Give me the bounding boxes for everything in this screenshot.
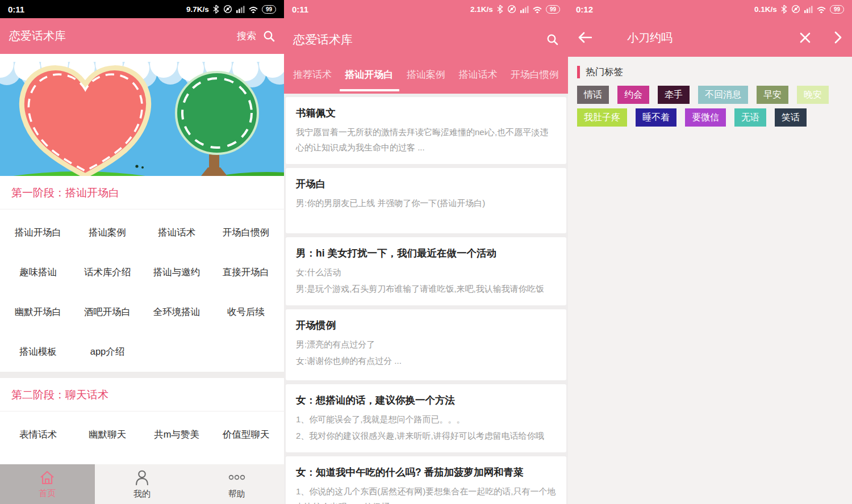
bluetooth-icon bbox=[497, 5, 503, 14]
card-line: 男:你的男朋友已上线 并强吻了你一下(搭讪开场白) bbox=[296, 195, 556, 211]
battery-indicator: 99 bbox=[546, 5, 560, 14]
screen-phrase-list: 0:11 2.1K/s 99 恋爱话术库 推荐话术 搭讪开场白 搭讪案例 搭讪话… bbox=[284, 0, 568, 504]
page-title: 小刀约吗 bbox=[627, 30, 800, 45]
grid-item[interactable]: 搭讪案例 bbox=[73, 213, 142, 253]
status-time: 0:12 bbox=[576, 5, 593, 14]
grid-item[interactable]: 趣味搭讪 bbox=[3, 253, 73, 292]
app-bar: 恋爱话术库 搜索 bbox=[0, 18, 284, 54]
section-title-stage1: 第一阶段：搭讪开场白 bbox=[0, 176, 284, 209]
back-icon[interactable] bbox=[578, 32, 592, 43]
section-title-stage2: 第二阶段：聊天话术 bbox=[0, 378, 284, 411]
screen-hot-tags: 0:12 0.1K/s 99 小刀约吗 bbox=[568, 0, 852, 504]
tab-scripts[interactable]: 搭讪话术 bbox=[456, 61, 501, 94]
page-title: 恋爱话术库 bbox=[293, 32, 546, 48]
card-line: 女:谢谢你也帅的有点过分 ... bbox=[296, 353, 556, 368]
tag-chip[interactable]: 约会 bbox=[617, 86, 649, 104]
nav-tab-mine[interactable]: 我的 bbox=[95, 464, 190, 504]
profile-icon bbox=[133, 469, 151, 486]
grid-item[interactable]: 幽默聊天 bbox=[73, 415, 142, 455]
net-speed: 9.7K/s bbox=[186, 5, 209, 14]
card-title: 开场白 bbox=[296, 177, 556, 191]
net-speed: 0.1K/s bbox=[754, 5, 777, 14]
tag-chip[interactable]: 晚安 bbox=[797, 86, 829, 104]
tag-chip[interactable]: 睡不着 bbox=[636, 108, 676, 127]
grid-item[interactable]: 话术库介绍 bbox=[73, 253, 142, 292]
grid-item[interactable]: 搭讪话术 bbox=[142, 213, 211, 253]
grid-item[interactable]: app介绍 bbox=[73, 332, 142, 372]
screen-home: 0:11 9.7K/s 99 恋爱话术库 搜索 bbox=[0, 0, 284, 504]
tag-chip[interactable]: 情话 bbox=[577, 86, 609, 104]
signal-icon bbox=[236, 5, 245, 14]
phrase-card[interactable]: 开场惯例 男:漂亮的有点过分了 女:谢谢你也帅的有点过分 ... bbox=[286, 309, 566, 380]
mute-icon bbox=[791, 5, 800, 14]
card-title: 开场惯例 bbox=[296, 318, 556, 332]
wifi-icon bbox=[533, 6, 542, 13]
card-line: 男:漂亮的有点过分了 bbox=[296, 337, 556, 352]
grid-item[interactable]: 幽默开场白 bbox=[3, 292, 73, 332]
grid-item[interactable]: 搭讪模板 bbox=[3, 332, 73, 372]
nav-tab-help[interactable]: 帮助 bbox=[189, 464, 284, 504]
app-bar: 恋爱话术库 bbox=[284, 18, 568, 61]
tag-chip[interactable]: 要微信 bbox=[685, 108, 726, 127]
tag-chip[interactable]: 不回消息 bbox=[698, 86, 748, 104]
tab-recommend[interactable]: 推荐话术 bbox=[290, 61, 335, 94]
grid-item[interactable]: 直接开场白 bbox=[211, 253, 281, 292]
tag-chip[interactable]: 早安 bbox=[757, 86, 788, 104]
accent-bar bbox=[577, 66, 580, 78]
grid-item[interactable]: 表情话术 bbox=[3, 415, 73, 455]
nav-label: 首页 bbox=[39, 488, 56, 499]
tab-routines[interactable]: 开场白惯例 bbox=[507, 61, 562, 94]
phrase-card[interactable]: 书籍佩文 我宁愿冒着一无所获的激情去拜读它晦涩难懂的nei心,也不愿平淡违心的让… bbox=[286, 97, 566, 164]
bluetooth-icon bbox=[781, 5, 787, 14]
search-icon[interactable] bbox=[263, 30, 275, 42]
phrase-card[interactable]: 开场白 男:你的男朋友已上线 并强吻了你一下(搭讪开场白) bbox=[286, 168, 566, 233]
tag-chip[interactable]: 无语 bbox=[734, 108, 766, 127]
phrase-card-list: 书籍佩文 我宁愿冒着一无所获的激情去拜读它晦涩难懂的nei心,也不愿平淡违心的让… bbox=[284, 94, 568, 504]
grid-item[interactable]: 开场白惯例 bbox=[211, 213, 281, 253]
tab-cases[interactable]: 搭讪案例 bbox=[403, 61, 449, 94]
bottom-nav: 首页 我的 帮助 bbox=[0, 464, 284, 504]
card-title: 女：知道我中午吃的什么吗? 番茄加菠萝加网和青菜 bbox=[296, 465, 556, 479]
page-title: 恋爱话术库 bbox=[9, 28, 237, 44]
card-line: 1、你说的这几个东西(居然还有网)要想集合在一起吃的话,只有一个地点比较会出现-… bbox=[296, 484, 556, 504]
app-bar: 小刀约吗 bbox=[568, 18, 852, 57]
panel-title-row: 热门标签 bbox=[577, 66, 843, 78]
forward-icon[interactable] bbox=[834, 31, 842, 44]
card-line: 男:是玩个游戏,石头剪刀布谁输了请谁吃饭,来吧,我认输我请你吃饭 bbox=[296, 281, 556, 296]
card-title: 女：想搭讪的话，建议你换一个方法 bbox=[296, 393, 556, 407]
tab-openers[interactable]: 搭讪开场白 bbox=[342, 61, 397, 94]
grid-item[interactable]: 共m与赞美 bbox=[142, 415, 211, 455]
screenshot-stage: 0:11 9.7K/s 99 恋爱话术库 搜索 bbox=[0, 0, 852, 504]
battery-indicator: 99 bbox=[262, 5, 276, 14]
home-icon bbox=[39, 470, 56, 485]
nav-tab-home[interactable]: 首页 bbox=[0, 464, 95, 504]
phrase-card[interactable]: 女：知道我中午吃的什么吗? 番茄加菠萝加网和青菜 1、你说的这几个东西(居然还有… bbox=[286, 456, 566, 504]
grid-item[interactable]: 搭讪与邀约 bbox=[142, 253, 211, 292]
card-line: 2、我对你的建议很感兴趣,讲来听听,讲得好可以考虑留电话给你哦 bbox=[296, 428, 556, 443]
grid-item[interactable]: 价值型聊天 bbox=[211, 415, 281, 455]
mute-icon bbox=[507, 5, 516, 14]
phrase-card[interactable]: 女：想搭讪的话，建议你换一个方法 1、你可能误会了,我就是想问个路而已。。。 2… bbox=[286, 384, 566, 452]
phrase-card[interactable]: 男：hi 美女打扰一下，我们最近在做一个活动 女:什么活动 男:是玩个游戏,石头… bbox=[286, 237, 566, 305]
search-icon[interactable] bbox=[546, 33, 559, 46]
grid-item[interactable]: 收号后续 bbox=[211, 292, 281, 332]
section-divider bbox=[0, 372, 284, 378]
mute-icon bbox=[223, 5, 232, 14]
tag-chip[interactable]: 我肚子疼 bbox=[577, 108, 627, 127]
grid-item[interactable]: 全环境搭讪 bbox=[142, 292, 211, 332]
stage1-grid: 搭讪开场白 搭讪案例 搭讪话术 开场白惯例 趣味搭讪 话术库介绍 搭讪与邀约 直… bbox=[0, 209, 284, 372]
net-speed: 2.1K/s bbox=[470, 5, 493, 14]
card-line: 女:什么活动 bbox=[296, 264, 556, 280]
tag-chip[interactable]: 笑话 bbox=[775, 108, 807, 127]
close-icon[interactable] bbox=[800, 32, 811, 43]
tag-chip[interactable]: 牵手 bbox=[658, 86, 690, 104]
grid-item[interactable]: 酒吧开场白 bbox=[73, 292, 142, 332]
grid-item[interactable]: 搭讪开场白 bbox=[3, 213, 73, 253]
help-dots-icon bbox=[227, 469, 247, 486]
card-line: 1、你可能误会了,我就是想问个路而已。。。 bbox=[296, 411, 556, 427]
search-label[interactable]: 搜索 bbox=[237, 30, 256, 43]
stage2-grid: 表情话术 幽默聊天 共m与赞美 价值型聊天 bbox=[0, 411, 284, 455]
status-time: 0:11 bbox=[292, 5, 308, 14]
nav-label: 帮助 bbox=[228, 489, 245, 499]
bluetooth-icon bbox=[213, 5, 219, 14]
